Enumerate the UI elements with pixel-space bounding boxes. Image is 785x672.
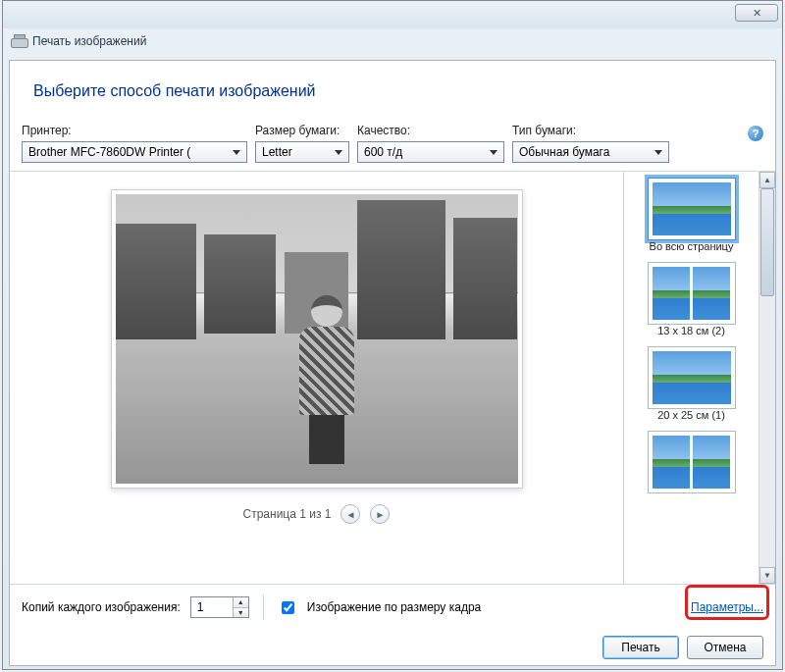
paper-type-value: Обычная бумага [519,145,609,159]
pager-text: Страница 1 из 1 [243,507,332,521]
scroll-up-button[interactable]: ▲ [759,172,775,188]
layout-label: 13 x 18 см (2) [657,325,725,336]
page-preview [111,189,523,489]
app-title: Печать изображений [32,34,146,48]
cancel-button[interactable]: Отмена [687,636,763,659]
copies-up-button[interactable]: ▲ [234,597,248,608]
layout-pane: Во всю страницу13 x 18 см (2)20 x 25 см … [623,172,775,584]
quality-column: Качество: 600 т/д [357,124,504,163]
paper-type-select[interactable]: Обычная бумага [512,141,669,163]
print-dialog: ✕ Печать изображений Выберите способ печ… [2,0,783,670]
paper-size-label: Размер бумаги: [255,124,349,137]
layout-thumb [648,262,736,325]
paper-type-label: Тип бумаги: [512,124,669,137]
paper-type-column: Тип бумаги: Обычная бумага [512,124,669,163]
options-link[interactable]: Параметры... [691,600,763,614]
printer-label: Принтер: [22,124,247,137]
chevron-down-icon: ▼ [763,571,771,580]
help-glyph: ? [753,128,759,139]
chevron-up-icon: ▲ [763,176,771,184]
print-options-row: Принтер: Brother MFC-7860DW Printer ( Ра… [10,114,775,171]
prev-page-button[interactable]: ◄ [340,504,360,524]
copies-spinner[interactable]: ▲ ▼ [190,596,249,618]
scroll-thumb[interactable] [760,188,774,296]
dialog-header: Выберите способ печати изображений [10,61,775,114]
dialog-heading: Выберите способ печати изображений [33,82,752,100]
dialog-body: Выберите способ печати изображений Принт… [9,60,776,666]
divider [263,594,264,620]
preview-pane: Страница 1 из 1 ◄ ► [10,172,623,584]
print-button[interactable]: Печать [602,636,679,659]
chevron-left-icon: ◄ [346,509,356,520]
layout-option-1[interactable]: 13 x 18 см (2) [628,262,755,336]
layout-thumb [648,346,736,409]
printer-column: Принтер: Brother MFC-7860DW Printer ( [22,124,247,163]
window-close-button[interactable]: ✕ [735,4,778,22]
scroll-track[interactable] [759,188,775,567]
layout-label: 20 x 25 см (1) [657,409,725,421]
preview-image [116,194,518,484]
layout-thumb [648,431,736,493]
printer-value: Brother MFC-7860DW Printer ( [28,145,190,159]
copies-label: Копий каждого изображения: [22,600,181,614]
dialog-buttons: Печать Отмена [10,630,775,665]
layout-scrollbar[interactable]: ▲ ▼ [759,172,775,584]
printer-select[interactable]: Brother MFC-7860DW Printer ( [22,141,247,163]
copies-input[interactable] [191,597,233,617]
layout-option-2[interactable]: 20 x 25 см (1) [628,346,755,421]
quality-value: 600 т/д [364,145,402,159]
layout-option-3[interactable] [628,431,755,493]
fit-frame-checkbox[interactable] [282,601,294,614]
print-button-label: Печать [621,641,659,654]
layout-option-0[interactable]: Во всю страницу [628,178,755,252]
copies-down-button[interactable]: ▼ [234,608,248,618]
fit-frame-label: Изображение по размеру кадра [307,600,481,614]
next-page-button[interactable]: ► [370,504,390,524]
cancel-button-label: Отмена [704,641,746,654]
help-icon[interactable]: ? [748,126,763,141]
layout-thumb [648,178,736,240]
quality-label: Качество: [357,124,504,137]
quality-select[interactable]: 600 т/д [357,141,504,163]
scroll-down-button[interactable]: ▼ [759,567,775,584]
paper-size-value: Letter [262,145,292,159]
printer-icon [11,34,26,48]
titlebar: ✕ [3,1,782,28]
app-title-row: Печать изображений [3,28,782,54]
paper-size-column: Размер бумаги: Letter [255,124,349,163]
main-area: Страница 1 из 1 ◄ ► Во всю страницу13 x … [10,171,775,585]
layout-label: Во всю страницу [650,240,734,252]
chevron-right-icon: ► [376,509,386,520]
footer-row: Копий каждого изображения: ▲ ▼ Изображен… [10,585,775,630]
close-icon: ✕ [753,7,761,20]
layout-list: Во всю страницу13 x 18 см (2)20 x 25 см … [624,172,759,584]
pager: Страница 1 из 1 ◄ ► [243,504,391,524]
paper-size-select[interactable]: Letter [255,141,349,163]
